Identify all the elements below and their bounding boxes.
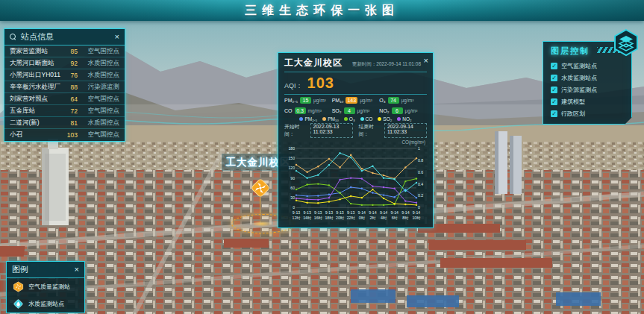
- layer-label: 行政区划: [561, 110, 585, 118]
- station-name: 辛辛板污水处理厂: [10, 83, 61, 92]
- svg-text:9-14: 9-14: [401, 210, 409, 215]
- pollutant-grid: PM₂.₅15μg/m³ PM₁₀143μg/m³ O₃74μg/m³ CO0.…: [284, 97, 427, 114]
- divider: [284, 94, 427, 95]
- checkbox-checked-icon[interactable]: ✓: [551, 63, 557, 69]
- svg-text:0: 0: [418, 205, 420, 210]
- end-time-label: 结束时间：: [359, 123, 379, 138]
- station-name: 二道河(新): [10, 119, 61, 128]
- checkbox-checked-icon[interactable]: ✓: [551, 98, 557, 105]
- layer-item-air[interactable]: ✓ 空气监测站点: [543, 60, 631, 72]
- start-time-input[interactable]: 2022-09-13 11:02:33: [310, 123, 353, 138]
- chart-legend: PM₂.₅ PM₁₀ O₃ CO SO₂ NO₂: [284, 116, 427, 122]
- legend-item-o3[interactable]: O₃: [344, 116, 355, 122]
- air-station-marker-icon[interactable]: [250, 178, 271, 198]
- station-type: 水质国控点: [78, 119, 119, 128]
- station-row[interactable]: 刘家营对照点 64 空气国控点: [4, 93, 125, 105]
- legend-item-air-station[interactable]: 空气质量监测站: [7, 278, 84, 295]
- legend-item-no2[interactable]: NO₂: [397, 116, 411, 122]
- layers-hexagon-icon[interactable]: [612, 28, 640, 57]
- station-row[interactable]: 五金库站 72 空气国控点: [4, 105, 125, 117]
- svg-text:9-14: 9-14: [413, 210, 420, 215]
- trend-line-chart: 030609012015018000.20.40.60.819-1312时9-1…: [284, 145, 428, 224]
- station-row[interactable]: 大黑河口断面站 92 水质国控点: [4, 57, 125, 69]
- station-value: 103: [61, 131, 78, 139]
- layer-label: 建筑模型: [561, 98, 585, 106]
- station-value: 92: [61, 60, 78, 67]
- svg-text:0.6: 0.6: [418, 170, 423, 175]
- svg-text:14时: 14时: [303, 216, 312, 220]
- divider: [284, 72, 427, 72]
- svg-text:9-14: 9-14: [358, 210, 366, 215]
- svg-text:6时: 6时: [392, 216, 398, 220]
- svg-text:0.2: 0.2: [418, 193, 423, 198]
- station-list-panel: 站点信息 × 贾家营监测站 85 空气国控点 大黑河口断面站 92 水质国控点 …: [4, 28, 125, 142]
- station-type: 水质国控点: [78, 59, 119, 68]
- layer-item-water[interactable]: ✓ 水质监测站点: [543, 72, 631, 84]
- update-time: 更新时间：2022-09-14 11:01:08: [352, 61, 427, 68]
- pollutant-o3: O₃74μg/m³: [379, 97, 427, 104]
- svg-text:0时: 0时: [359, 216, 366, 220]
- title-bar: 三维生态环保一张图: [0, 0, 644, 21]
- station-row[interactable]: 二道河(新) 81 水质国控点: [4, 117, 125, 129]
- station-type: 空气国控点: [78, 95, 119, 104]
- svg-text:4时: 4时: [381, 216, 387, 220]
- close-icon[interactable]: ×: [75, 266, 79, 274]
- svg-text:9-13: 9-13: [314, 210, 322, 215]
- svg-text:1: 1: [418, 146, 420, 151]
- end-time-input[interactable]: 2022-09-14 11:02:33: [384, 123, 427, 138]
- station-row[interactable]: 辛辛板污水处理厂 88 污染源监测: [4, 81, 125, 93]
- station-value: 85: [61, 48, 78, 55]
- pollutant-co: CO0.3mg/m³: [284, 107, 332, 114]
- svg-text:22时: 22时: [347, 216, 356, 220]
- station-row[interactable]: 小黑河出口YH011 76 水质国控点: [4, 69, 125, 81]
- station-type: 水质国控点: [78, 71, 119, 80]
- svg-text:0.4: 0.4: [418, 182, 423, 186]
- legend-item-pm10[interactable]: PM₁₀: [322, 116, 339, 122]
- station-name: 小召: [10, 131, 61, 139]
- checkbox-checked-icon[interactable]: ✓: [551, 110, 557, 117]
- svg-text:0: 0: [293, 205, 295, 210]
- legend-item-co[interactable]: CO: [360, 116, 373, 122]
- station-row[interactable]: 贾家营监测站 85 空气国控点: [4, 45, 125, 57]
- svg-text:60: 60: [290, 186, 295, 190]
- station-value: 72: [61, 107, 78, 115]
- svg-text:30: 30: [290, 195, 295, 200]
- legend-item-label: 水质监测站点: [28, 300, 64, 308]
- checkbox-checked-icon[interactable]: ✓: [551, 75, 557, 81]
- layer-item-buildings[interactable]: ✓ 建筑模型: [543, 95, 631, 107]
- right-axis-label: CO(mg/m³): [284, 139, 427, 145]
- station-name: 大黑河口断面站: [10, 59, 61, 68]
- popup-title: 工大金川校区: [284, 57, 343, 69]
- close-icon[interactable]: ×: [424, 56, 428, 65]
- pollutant-so2: SO₂4μg/m³: [332, 107, 380, 114]
- aqi-value: 103: [307, 75, 334, 92]
- station-value: 64: [61, 95, 78, 103]
- layer-label: 水质监测站点: [561, 74, 597, 82]
- station-name: 五金库站: [10, 107, 61, 116]
- station-detail-popup: × 工大金川校区 更新时间：2022-09-14 11:01:08 AQI： 1…: [278, 52, 434, 228]
- aqi-label: AQI：: [284, 81, 303, 91]
- search-icon: [10, 34, 16, 40]
- svg-text:180: 180: [288, 146, 295, 151]
- station-row[interactable]: 小召 103 空气国控点: [4, 129, 125, 141]
- svg-text:120: 120: [288, 166, 295, 170]
- layer-item-districts[interactable]: ✓ 行政区划: [543, 107, 631, 119]
- app-window: 三维生态环保一张图 工大金川校区 站点信息 × 贾家营监测站 85 空气国控点 …: [0, 0, 644, 314]
- station-type: 空气国控点: [78, 107, 119, 116]
- svg-text:9-13: 9-13: [293, 210, 300, 215]
- svg-text:90: 90: [290, 176, 295, 180]
- layer-item-pollution[interactable]: ✓ 污染源监测点: [543, 84, 631, 95]
- legend-item-pm25[interactable]: PM₂.₅: [299, 116, 317, 122]
- pollutant-pm25: PM₂.₅15μg/m³: [284, 97, 332, 104]
- station-panel-header: 站点信息 ×: [4, 29, 125, 45]
- legend-item-water-station[interactable]: 水质监测站点: [7, 295, 84, 313]
- white-tower-building: [42, 139, 69, 225]
- start-time-label: 开始时间：: [284, 123, 304, 138]
- checkbox-checked-icon[interactable]: ✓: [551, 87, 557, 93]
- svg-text:0.8: 0.8: [418, 158, 423, 163]
- close-icon[interactable]: ×: [115, 33, 119, 41]
- station-name: 贾家营监测站: [10, 47, 61, 56]
- legend-item-so2[interactable]: SO₂: [378, 116, 392, 122]
- svg-text:9-14: 9-14: [369, 210, 376, 215]
- hexagon-air-marker-icon: [13, 281, 24, 292]
